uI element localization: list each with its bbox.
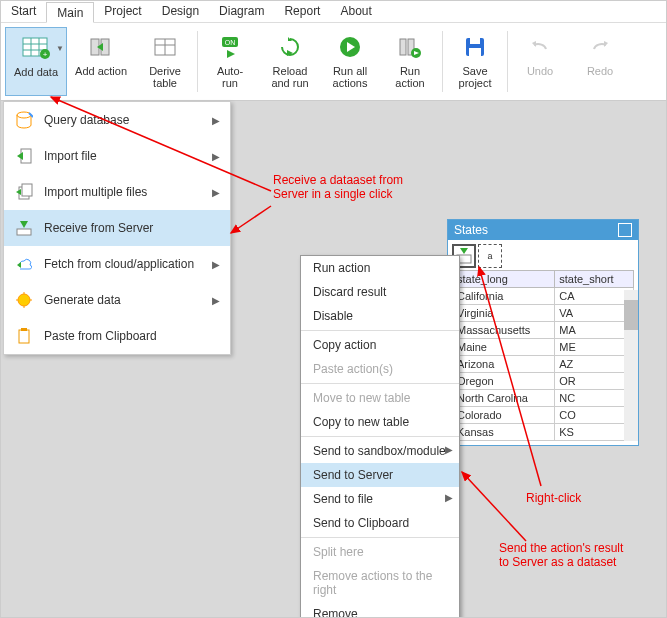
- redo-icon: [584, 31, 616, 63]
- ctx-discard-result[interactable]: Discard result: [301, 280, 459, 304]
- ribbon-label: Undo: [527, 65, 553, 77]
- table-dropdown-button[interactable]: a: [478, 244, 502, 268]
- svg-rect-44: [21, 328, 27, 331]
- tab-project[interactable]: Project: [94, 1, 151, 22]
- chevron-right-icon: ▶: [212, 295, 220, 306]
- table-row[interactable]: CaliforniaCA: [453, 288, 634, 305]
- ctx-send-sandbox[interactable]: Send to sandbox/module▶: [301, 439, 459, 463]
- save-project-button[interactable]: Save project: [445, 27, 505, 96]
- table-window-titlebar[interactable]: States: [448, 220, 638, 240]
- svg-rect-35: [17, 229, 31, 235]
- column-header[interactable]: state_long: [453, 271, 555, 288]
- undo-button[interactable]: Undo: [510, 27, 570, 96]
- table-window-body: a state_longstate_short CaliforniaCA Vir…: [448, 240, 638, 445]
- separator: [507, 31, 508, 92]
- redo-button[interactable]: Redo: [570, 27, 630, 96]
- auto-run-icon: ON: [214, 31, 246, 63]
- reload-run-button[interactable]: Reload and run: [260, 27, 320, 96]
- svg-rect-26: [469, 48, 481, 56]
- chevron-right-icon: ▶: [445, 492, 453, 503]
- svg-marker-36: [20, 221, 28, 228]
- table-row[interactable]: ColoradoCO: [453, 407, 634, 424]
- svg-point-38: [18, 294, 30, 306]
- dropdown-item-receive-server[interactable]: Receive from Server: [4, 210, 230, 246]
- table-window[interactable]: States a state_longstate_short Californi…: [447, 219, 639, 446]
- dropdown-item-import-multiple[interactable]: Import multiple files ▶: [4, 174, 230, 210]
- chevron-right-icon: ▶: [212, 151, 220, 162]
- ribbon-label: Redo: [587, 65, 613, 77]
- tab-report[interactable]: Report: [274, 1, 330, 22]
- ctx-remove-right: Remove actions to the right: [301, 564, 459, 602]
- tab-main[interactable]: Main: [46, 2, 94, 23]
- table-row[interactable]: MaineME: [453, 339, 634, 356]
- ctx-remove[interactable]: Remove: [301, 602, 459, 618]
- add-data-button[interactable]: + Add data ▼: [5, 27, 67, 96]
- separator: [301, 330, 459, 331]
- ctx-copy-new-table[interactable]: Copy to new table: [301, 410, 459, 434]
- table-icon: [149, 31, 181, 63]
- ctx-send-file[interactable]: Send to file▶: [301, 487, 459, 511]
- table-add-icon: +: [20, 32, 52, 64]
- ctx-run-action[interactable]: Run action: [301, 256, 459, 280]
- table-row[interactable]: MassachusettsMA: [453, 322, 634, 339]
- table-window-title: States: [454, 223, 488, 237]
- dropdown-label: Receive from Server: [44, 221, 153, 235]
- ctx-send-clipboard[interactable]: Send to Clipboard: [301, 511, 459, 535]
- import-icon: [14, 146, 34, 166]
- separator: [442, 31, 443, 92]
- chevron-right-icon: ▶: [212, 115, 220, 126]
- column-header[interactable]: state_short: [555, 271, 634, 288]
- menubar: Start Main Project Design Diagram Report…: [1, 1, 666, 23]
- dropdown-label: Query database: [44, 113, 129, 127]
- dropdown-item-query-database[interactable]: Query database ▶: [4, 102, 230, 138]
- vertical-scrollbar[interactable]: [624, 290, 638, 441]
- run-all-button[interactable]: Run all actions: [320, 27, 380, 96]
- chevron-right-icon: ▶: [212, 259, 220, 270]
- dropdown-item-generate-data[interactable]: Generate data ▶: [4, 282, 230, 318]
- svg-rect-25: [470, 38, 480, 44]
- ctx-send-server[interactable]: Send to Server: [301, 463, 459, 487]
- maximize-icon[interactable]: [618, 223, 632, 237]
- ctx-paste-actions: Paste action(s): [301, 357, 459, 381]
- derive-table-button[interactable]: Derive table: [135, 27, 195, 96]
- cloud-icon: [14, 254, 34, 274]
- dropdown-item-import-file[interactable]: Import file ▶: [4, 138, 230, 174]
- ribbon-label: Reload and run: [271, 65, 308, 89]
- table-row[interactable]: ArizonaAZ: [453, 356, 634, 373]
- dropdown-item-paste-clipboard[interactable]: Paste from Clipboard: [4, 318, 230, 354]
- chevron-down-icon: ▼: [56, 44, 64, 53]
- svg-text:ON: ON: [225, 39, 236, 46]
- ribbon: + Add data ▼ Add action Derive table ON …: [1, 23, 666, 101]
- separator: [301, 436, 459, 437]
- ctx-move-new-table: Move to new table: [301, 386, 459, 410]
- svg-marker-31: [17, 152, 23, 160]
- table-toolbar: a: [452, 244, 634, 268]
- table-row[interactable]: OregonOR: [453, 373, 634, 390]
- auto-run-button[interactable]: ON Auto- run: [200, 27, 260, 96]
- tab-diagram[interactable]: Diagram: [209, 1, 274, 22]
- tab-about[interactable]: About: [330, 1, 381, 22]
- ribbon-label: Add data: [14, 66, 58, 78]
- chevron-right-icon: ▶: [212, 187, 220, 198]
- ctx-disable[interactable]: Disable: [301, 304, 459, 328]
- ribbon-label: Add action: [75, 65, 127, 77]
- ribbon-label: Auto- run: [217, 65, 243, 89]
- svg-marker-28: [604, 41, 608, 47]
- add-action-button[interactable]: Add action: [67, 27, 135, 96]
- undo-icon: [524, 31, 556, 63]
- table-row[interactable]: North CarolinaNC: [453, 390, 634, 407]
- svg-marker-37: [17, 262, 21, 268]
- scrollbar-thumb[interactable]: [624, 300, 638, 330]
- svg-rect-43: [19, 330, 29, 343]
- svg-marker-27: [532, 41, 536, 47]
- ribbon-label: Derive table: [149, 65, 181, 89]
- save-icon: [459, 31, 491, 63]
- run-action-button[interactable]: Run action: [380, 27, 440, 96]
- ctx-copy-action[interactable]: Copy action: [301, 333, 459, 357]
- tab-start[interactable]: Start: [1, 1, 46, 22]
- separator: [197, 31, 198, 92]
- tab-design[interactable]: Design: [152, 1, 209, 22]
- table-row[interactable]: KansasKS: [453, 424, 634, 441]
- table-row[interactable]: VirginiaVA: [453, 305, 634, 322]
- dropdown-item-fetch-cloud[interactable]: Fetch from cloud/application ▶: [4, 246, 230, 282]
